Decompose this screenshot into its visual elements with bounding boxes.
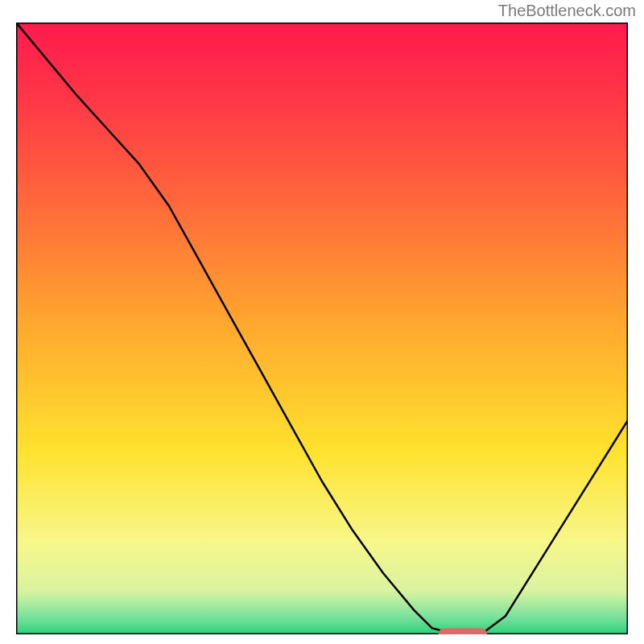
gradient-background (16, 23, 628, 634)
attribution-text: TheBottleneck.com (498, 2, 636, 20)
chart-svg (16, 23, 628, 634)
bottleneck-chart (16, 23, 628, 634)
optimal-zone-marker (438, 628, 487, 634)
